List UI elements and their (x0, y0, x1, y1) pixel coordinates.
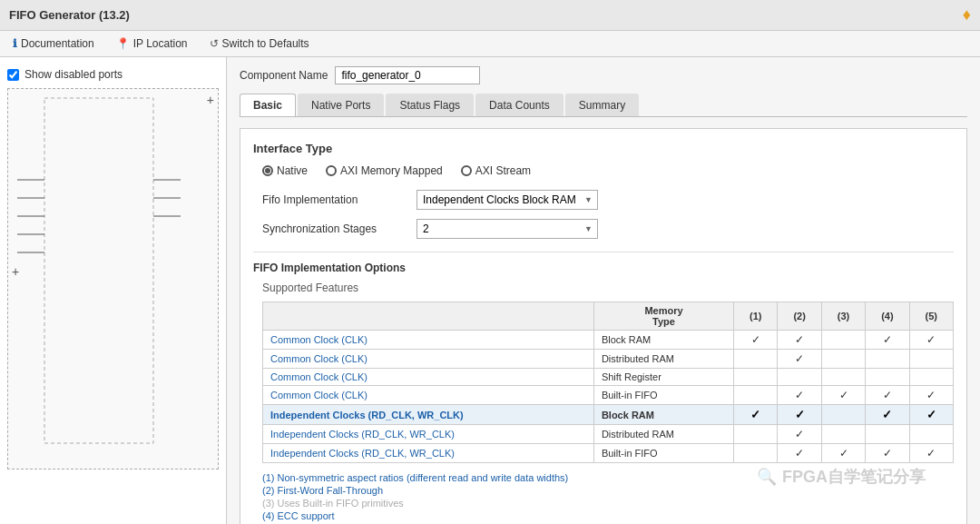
fifo-options-title: FIFO Implementation Options (253, 252, 954, 274)
features-table: MemoryType (1) (2) (3) (4) (5) Common Cl… (262, 302, 954, 463)
note-4[interactable]: (4) ECC support (262, 510, 954, 521)
app-icon: ♦ (963, 5, 971, 25)
note-2[interactable]: (2) First-Word Fall-Through (262, 485, 954, 496)
tab-status-flags[interactable]: Status Flags (386, 94, 474, 116)
radio-native[interactable]: Native (262, 164, 308, 177)
table-row: Common Clock (CLK) Built-in FIFO ✓ ✓ ✓ ✓ (263, 386, 954, 405)
table-row-highlight: Independent Clocks (RD_CLK, WR_CLK) Bloc… (263, 405, 954, 425)
main-layout: Show disabled ports + + (0, 57, 980, 524)
sync-stages-label: Synchronization Stages (262, 222, 407, 235)
component-name-row: Component Name (240, 66, 967, 84)
table-row: Independent Clocks (RD_CLK, WR_CLK) Buil… (263, 444, 954, 463)
fifo-options-section: FIFO Implementation Options Supported Fe… (253, 252, 954, 524)
note-3: (3) Uses Built-in FIFO primitives (262, 498, 954, 509)
table-header-row: MemoryType (1) (2) (3) (4) (5) (263, 302, 954, 331)
th-col4: (4) (866, 302, 909, 331)
radio-axi-mm-circle (326, 165, 337, 176)
fifo-implementation-row: Fifo Implementation Independent Clocks B… (253, 190, 954, 210)
note-1[interactable]: (1) Non-symmetric aspect ratios (differe… (262, 472, 954, 483)
tab-basic[interactable]: Basic (240, 94, 296, 116)
component-name-label: Component Name (240, 69, 328, 82)
radio-axi-stream-circle (461, 165, 472, 176)
interface-type-radio-group: Native AXI Memory Mapped AXI Stream (253, 164, 954, 177)
radio-native-circle (262, 165, 273, 176)
fifo-implementation-label: Fifo Implementation (262, 193, 407, 206)
title-bar: FIFO Generator (13.2) ♦ (0, 0, 980, 31)
table-row: Common Clock (CLK) Distributed RAM ✓ (263, 350, 954, 369)
left-panel: Show disabled ports + + (0, 57, 227, 524)
supported-features-label: Supported Features (262, 282, 954, 294)
switch-defaults-button[interactable]: ↺ Switch to Defaults (206, 35, 313, 52)
th-col5: (5) (909, 302, 953, 331)
table-row: Common Clock (CLK) Block RAM ✓ ✓ ✓ ✓ (263, 331, 954, 350)
show-disabled-ports-checkbox[interactable] (7, 69, 19, 81)
app-title: FIFO Generator (13.2) (9, 8, 130, 22)
show-disabled-ports-row: Show disabled ports (7, 64, 219, 88)
interface-type-title: Interface Type (253, 142, 954, 155)
table-row: Independent Clocks (RD_CLK, WR_CLK) Dist… (263, 425, 954, 444)
refresh-icon: ↺ (210, 37, 219, 50)
canvas-area: + + (7, 88, 219, 470)
fifo-implementation-select[interactable]: Independent Clocks Block RAM Common Cloc… (416, 190, 598, 210)
tab-native-ports[interactable]: Native Ports (298, 94, 384, 116)
svg-rect-0 (44, 98, 153, 443)
notes-section: (1) Non-symmetric aspect ratios (differe… (262, 472, 954, 524)
tabs-bar: Basic Native Ports Status Flags Data Cou… (240, 94, 967, 117)
documentation-button[interactable]: ℹ Documentation (9, 35, 98, 52)
show-disabled-ports-label: Show disabled ports (24, 68, 122, 81)
th-col2: (2) (778, 302, 821, 331)
component-diagram (8, 89, 218, 469)
th-col3: (3) (821, 302, 865, 331)
sync-stages-select[interactable]: 2 3 4 (416, 219, 598, 239)
sync-stages-row: Synchronization Stages 2 3 4 (253, 219, 954, 239)
toolbar: ℹ Documentation 📍 IP Location ↺ Switch t… (0, 31, 980, 57)
th-name (263, 302, 594, 331)
tab-summary[interactable]: Summary (565, 94, 639, 116)
content-area: Interface Type Native AXI Memory Mapped … (240, 128, 967, 524)
location-icon: 📍 (116, 37, 130, 50)
component-name-input[interactable] (335, 66, 480, 84)
radio-axi-memory-mapped[interactable]: AXI Memory Mapped (326, 164, 443, 177)
th-col1: (1) (734, 302, 778, 331)
right-panel: Component Name Basic Native Ports Status… (227, 57, 980, 524)
sync-stages-select-wrapper: 2 3 4 (416, 219, 598, 239)
info-icon: ℹ (13, 37, 17, 50)
ip-location-button[interactable]: 📍 IP Location (113, 35, 191, 52)
radio-axi-stream[interactable]: AXI Stream (461, 164, 531, 177)
tab-data-counts[interactable]: Data Counts (475, 94, 564, 116)
fifo-implementation-select-wrapper: Independent Clocks Block RAM Common Cloc… (416, 190, 598, 210)
th-memory-type: MemoryType (593, 302, 733, 331)
table-row: Common Clock (CLK) Shift Register (263, 369, 954, 386)
